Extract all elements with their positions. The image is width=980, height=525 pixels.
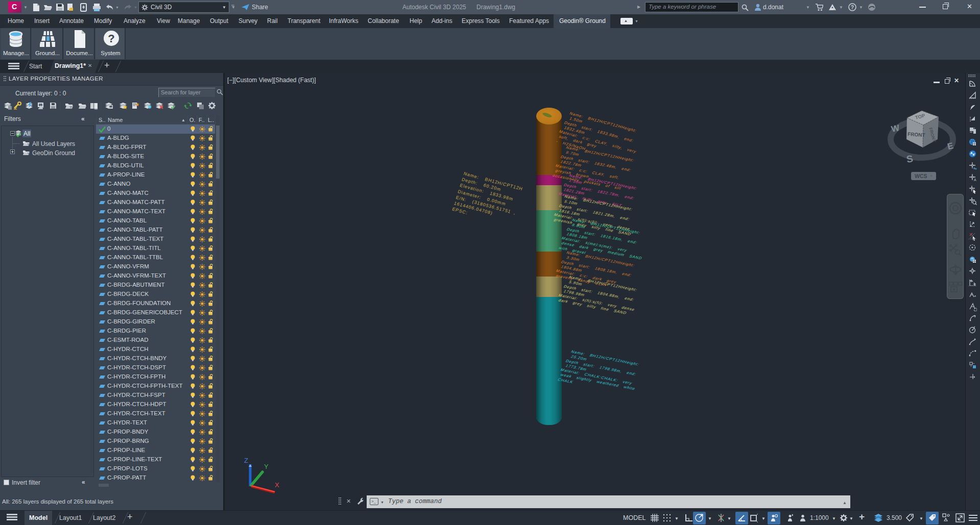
svg-text:Y: Y bbox=[264, 463, 269, 470]
svg-text:?: ? bbox=[851, 5, 854, 10]
svg-text:X: X bbox=[275, 481, 279, 489]
svg-text:A: A bbox=[974, 178, 976, 182]
svg-text:Z: Z bbox=[244, 457, 248, 464]
svg-text:?: ? bbox=[108, 32, 114, 45]
